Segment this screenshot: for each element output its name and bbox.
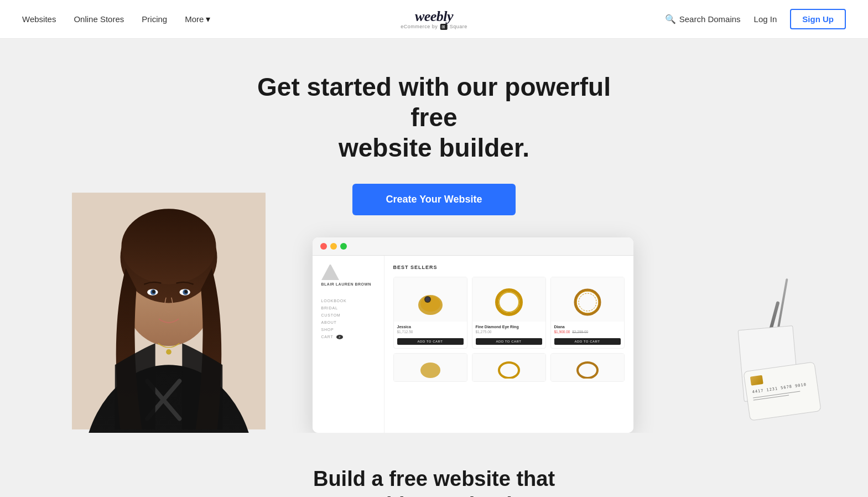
- create-website-button[interactable]: Create Your Website: [352, 184, 515, 215]
- navigation: Websites Online Stores Pricing More ▾ we…: [0, 0, 868, 39]
- window-chrome-bar: [313, 237, 633, 256]
- product-info: Fine Diamond Eye Ring $1,275.00 ADD TO C…: [472, 322, 545, 348]
- mockup-content: BLAIR LAUREN BROWN LOOKBOOK BRIDAL CUSTO…: [313, 256, 633, 433]
- svg-point-11: [184, 290, 188, 293]
- login-button[interactable]: Log In: [754, 14, 777, 24]
- svg-point-21: [579, 293, 596, 311]
- mockup-menu-item: CUSTOM: [321, 312, 375, 319]
- svg-point-22: [420, 363, 440, 378]
- nav-left: Websites Online Stores Pricing More ▾: [22, 14, 210, 24]
- product-image: [551, 277, 624, 322]
- mockup-brand-logo: BLAIR LAUREN BROWN: [321, 265, 375, 286]
- add-to-cart-button[interactable]: ADD TO CART: [554, 338, 621, 345]
- search-domains-label: Search Domains: [679, 14, 741, 24]
- mockup-sidebar: BLAIR LAUREN BROWN LOOKBOOK BRIDAL CUSTO…: [313, 256, 384, 433]
- bottom-headline-line1: Build a free website that: [313, 467, 555, 490]
- nav-pricing[interactable]: Pricing: [142, 14, 167, 24]
- credit-card-icon: 4417 1231 5678 9010: [743, 361, 821, 421]
- nav-online-stores[interactable]: Online Stores: [74, 14, 124, 24]
- product-card: [550, 353, 625, 382]
- svg-point-19: [575, 290, 600, 314]
- svg-point-12: [166, 349, 171, 355]
- mockup-brand-name: BLAIR LAUREN BROWN: [321, 282, 375, 286]
- product-card: [393, 353, 467, 382]
- signup-button[interactable]: Sign Up: [790, 9, 846, 29]
- product-info: Diana $1,900.00 $2,299.00 ADD TO CART: [551, 322, 624, 348]
- svg-point-16: [425, 297, 430, 302]
- logo-wordmark: weebly: [401, 8, 467, 25]
- product-image: [472, 277, 545, 322]
- mockup-menu-item: ABOUT: [321, 319, 375, 326]
- products-grid-row2: [393, 353, 625, 382]
- product-card: [472, 353, 546, 382]
- bottom-headline: Build a free website that grows with you…: [22, 466, 846, 497]
- site-logo[interactable]: weebly eCommerce by ⊞ Square: [401, 8, 467, 30]
- website-mockup: BLAIR LAUREN BROWN LOOKBOOK BRIDAL CUSTO…: [313, 237, 633, 433]
- product-image: [551, 354, 624, 381]
- logo-sub-text: eCommerce by ⊞ Square: [401, 24, 467, 30]
- hero-headline-line1: Get started with our powerful free: [257, 73, 611, 132]
- nav-right: 🔍 Search Domains Log In Sign Up: [665, 9, 846, 29]
- nav-websites[interactable]: Websites: [22, 14, 56, 24]
- svg-point-24: [578, 363, 597, 378]
- sale-price: $1,900.00: [554, 330, 570, 334]
- search-domains-button[interactable]: 🔍 Search Domains: [665, 14, 741, 24]
- nav-more-dropdown[interactable]: More ▾: [185, 14, 210, 24]
- mockup-menu-item: BRIDAL: [321, 304, 375, 312]
- product-card: Diana $1,900.00 $2,299.00 ADD TO CART: [550, 277, 625, 349]
- hero-headline-line2: website builder.: [339, 133, 529, 162]
- bottom-section: Build a free website that grows with you…: [0, 433, 868, 497]
- product-price: $1,900.00 $2,299.00: [554, 330, 621, 334]
- products-grid: Jessica $1,712.50 ADD TO CART: [393, 277, 625, 349]
- search-icon: 🔍: [665, 14, 676, 24]
- mockup-menu-item: SHOP: [321, 326, 375, 333]
- svg-point-10: [152, 290, 155, 293]
- add-to-cart-button[interactable]: ADD TO CART: [476, 338, 542, 345]
- best-sellers-heading: BEST SELLERS: [393, 265, 625, 270]
- product-name: Fine Diamond Eye Ring: [476, 325, 542, 329]
- svg-point-18: [499, 292, 519, 312]
- product-card: Jessica $1,712.50 ADD TO CART: [393, 277, 467, 349]
- nav-more-label[interactable]: More: [185, 14, 204, 24]
- decorative-illustration: 4417 1231 5678 9010: [713, 222, 824, 433]
- window-maximize-dot: [340, 243, 347, 250]
- product-image: [394, 277, 467, 322]
- product-card: Fine Diamond Eye Ring $1,275.00 ADD TO C…: [472, 277, 546, 349]
- product-name: Diana: [554, 325, 621, 329]
- mockup-menu-item: LOOKBOOK: [321, 297, 375, 304]
- svg-point-23: [499, 363, 519, 378]
- window-close-dot: [320, 243, 327, 250]
- product-image: [472, 354, 545, 381]
- bottom-headline-line2: grows with your business.: [302, 493, 566, 497]
- square-badge: ⊞: [440, 24, 448, 30]
- product-name: Jessica: [397, 325, 464, 329]
- hero-person-image: [72, 189, 266, 433]
- mockup-nav-menu: LOOKBOOK BRIDAL CUSTOM ABOUT SHOP CART 2: [321, 297, 375, 340]
- product-price: $1,712.50: [397, 330, 464, 334]
- mockup-main-content: BEST SELLERS: [384, 256, 633, 433]
- triangle-icon: [321, 265, 339, 280]
- chevron-down-icon: ▾: [206, 14, 210, 24]
- window-minimize-dot: [330, 243, 337, 250]
- add-to-cart-button[interactable]: ADD TO CART: [397, 338, 464, 345]
- svg-point-5: [121, 209, 216, 284]
- hero-section: Get started with our powerful free websi…: [0, 39, 868, 433]
- hero-visual-area: BLAIR LAUREN BROWN LOOKBOOK BRIDAL CUSTO…: [0, 237, 868, 433]
- hero-headline: Get started with our powerful free websi…: [241, 72, 628, 164]
- original-price: $2,299.00: [572, 330, 588, 334]
- svg-point-17: [497, 290, 521, 314]
- mockup-menu-item: CART 2: [321, 333, 375, 340]
- product-image: [394, 354, 467, 381]
- product-info: Jessica $1,712.50 ADD TO CART: [394, 322, 467, 348]
- product-price: $1,275.00: [476, 330, 542, 334]
- chip-icon: [750, 375, 763, 385]
- svg-point-20: [576, 291, 599, 313]
